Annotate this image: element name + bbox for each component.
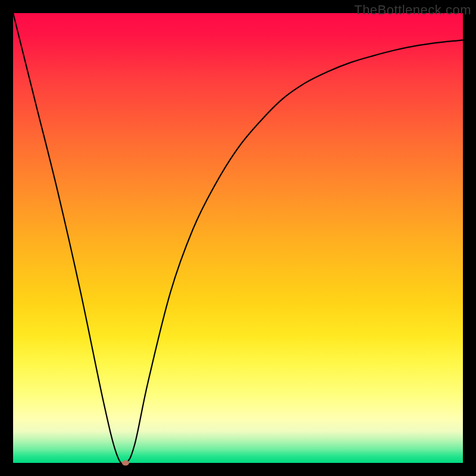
bottleneck-curve (13, 13, 463, 463)
min-marker (122, 461, 129, 466)
watermark-text: TheBottleneck.com (354, 2, 471, 18)
curve-svg (13, 13, 463, 463)
chart-container: TheBottleneck.com (0, 0, 476, 476)
plot-area (13, 13, 463, 463)
